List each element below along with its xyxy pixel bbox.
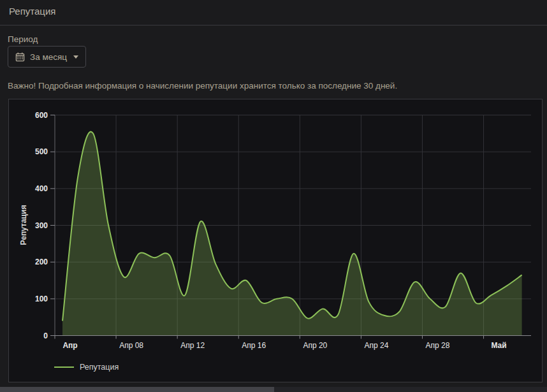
svg-text:200: 200 xyxy=(35,258,48,266)
page-title: Репутация xyxy=(9,6,55,17)
chevron-down-icon xyxy=(73,55,78,59)
svg-text:Апр 24: Апр 24 xyxy=(364,341,388,350)
period-dropdown[interactable]: За месяц xyxy=(8,46,86,68)
svg-text:100: 100 xyxy=(35,294,48,303)
chart-legend-item[interactable]: Репутация xyxy=(54,363,119,372)
calendar-icon xyxy=(15,52,25,62)
svg-text:Апр 28: Апр 28 xyxy=(426,341,450,350)
reputation-chart-panel: 0100200300400500600АпрАпр 08Апр 12Апр 16… xyxy=(8,99,543,382)
svg-text:Апр 20: Апр 20 xyxy=(303,341,327,350)
legend-series-label: Репутация xyxy=(80,363,119,372)
period-label: Период xyxy=(8,34,38,44)
reputation-area-chart: 0100200300400500600АпрАпр 08Апр 12Апр 16… xyxy=(9,99,542,382)
scrollbar-thumb[interactable] xyxy=(0,387,274,392)
svg-text:Апр: Апр xyxy=(62,341,77,350)
svg-text:300: 300 xyxy=(35,221,48,230)
horizontal-scrollbar[interactable] xyxy=(0,387,547,392)
retention-notice: Важно! Подробная информация о начислении… xyxy=(8,81,397,91)
svg-text:Репутация: Репутация xyxy=(19,205,28,245)
svg-text:Апр 12: Апр 12 xyxy=(180,341,205,350)
period-dropdown-value: За месяц xyxy=(30,52,67,62)
svg-text:Апр 08: Апр 08 xyxy=(119,341,143,350)
svg-text:400: 400 xyxy=(35,184,48,193)
svg-text:0: 0 xyxy=(43,331,48,340)
legend-series-line-icon xyxy=(54,367,74,368)
page-header: Репутация xyxy=(0,0,547,25)
svg-text:Апр 16: Апр 16 xyxy=(242,341,266,350)
svg-text:600: 600 xyxy=(35,111,48,120)
svg-text:500: 500 xyxy=(35,147,48,156)
svg-text:Май: Май xyxy=(491,341,506,350)
